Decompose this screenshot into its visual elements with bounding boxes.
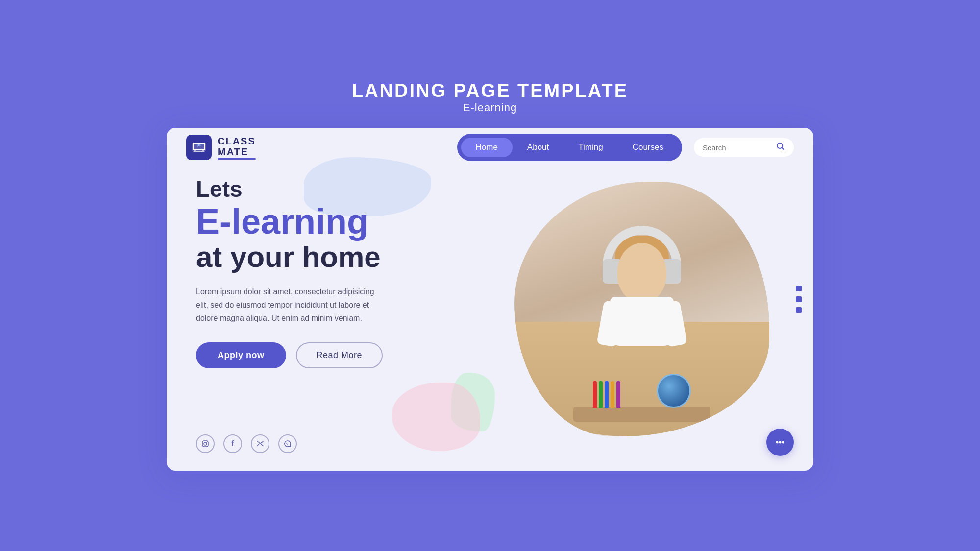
search-icon <box>776 142 785 153</box>
dot-1 <box>796 286 802 291</box>
logo-icon <box>186 135 212 160</box>
chat-button[interactable] <box>766 429 794 456</box>
logo-area: CLASS MATE <box>186 135 256 160</box>
nav-timing[interactable]: Timing <box>564 138 617 157</box>
facebook-icon[interactable]: f <box>223 434 242 453</box>
blob-green-small <box>451 373 495 431</box>
navbar: CLASS MATE Home About Timing Courses <box>167 128 813 167</box>
pencil-green <box>599 381 603 408</box>
hero-content: Lets E-learning at your home Lorem ipsum… <box>196 177 383 368</box>
svg-point-7 <box>776 441 779 444</box>
btn-row: Apply now Read More <box>196 342 383 368</box>
svg-point-6 <box>207 441 208 442</box>
dot-3 <box>796 307 802 313</box>
page-subtitle: E-learning <box>352 101 628 114</box>
logo-text-area: CLASS MATE <box>218 136 256 160</box>
pencil-purple <box>616 381 620 408</box>
book-laptop-icon <box>191 140 207 155</box>
logo-class-text: CLASS <box>218 136 256 146</box>
hero-line2: E-learning <box>196 204 383 239</box>
nav-about[interactable]: About <box>513 138 564 157</box>
svg-point-5 <box>204 442 207 445</box>
logo-mate-text: MATE <box>218 146 256 157</box>
nav-pill: Home About Timing Courses <box>457 134 683 161</box>
head <box>617 243 666 302</box>
hero-line1: Lets <box>196 177 383 202</box>
pencil-red <box>593 381 597 408</box>
pencil-blue <box>605 381 609 408</box>
sidebar-dots <box>796 286 802 313</box>
girl-figure <box>564 216 720 422</box>
read-more-button[interactable]: Read More <box>296 342 383 368</box>
landing-card: CLASS MATE Home About Timing Courses Let <box>167 128 813 471</box>
social-row: f <box>196 434 297 453</box>
search-box <box>694 138 794 157</box>
globe <box>657 374 691 408</box>
apply-now-button[interactable]: Apply now <box>196 342 286 368</box>
desk <box>573 407 710 422</box>
student-photo-blob <box>514 182 769 436</box>
photo-inner <box>514 182 769 436</box>
pencil-yellow <box>611 381 614 408</box>
svg-point-1 <box>198 144 200 146</box>
page-title: LANDING PAGE TEMPLATE <box>352 80 628 101</box>
whatsapp-icon[interactable] <box>278 434 297 453</box>
svg-point-9 <box>782 441 784 444</box>
pencils <box>593 381 620 408</box>
student-photo <box>514 182 769 436</box>
nav-courses[interactable]: Courses <box>618 138 678 157</box>
search-input[interactable] <box>703 144 771 152</box>
nav-home[interactable]: Home <box>461 138 513 157</box>
logo-underline <box>218 158 256 160</box>
hero-line3: at your home <box>196 241 383 273</box>
svg-point-8 <box>779 441 782 444</box>
svg-line-3 <box>782 148 784 150</box>
hero-description: Lorem ipsum dolor sit amet, consectetur … <box>196 285 382 325</box>
twitter-icon[interactable] <box>251 434 270 453</box>
blob-pink-bottom <box>392 383 480 451</box>
chat-icon <box>773 435 787 449</box>
instagram-icon[interactable] <box>196 434 215 453</box>
dot-2 <box>796 296 802 302</box>
page-title-area: LANDING PAGE TEMPLATE E-learning <box>352 80 628 114</box>
